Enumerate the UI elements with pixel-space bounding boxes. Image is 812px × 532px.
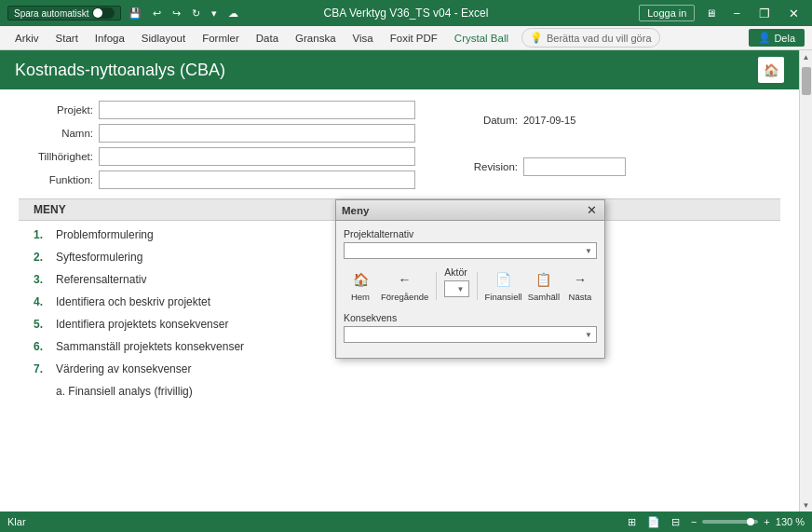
tell-me-input[interactable]: 💡 Berätta vad du vill göra xyxy=(521,28,660,48)
home-button[interactable]: 🏠 xyxy=(758,57,784,83)
namn-input[interactable] xyxy=(99,124,415,143)
content-area: Kostnads-nyttoanalys (CBA) 🏠 Projekt: Na… xyxy=(0,50,812,512)
auto-save-toggle[interactable]: Spara automatiskt xyxy=(7,6,121,20)
scroll-up-button[interactable]: ▲ xyxy=(800,50,813,63)
window-title: CBA Verktyg V36_TS v04 - Excel xyxy=(273,7,538,20)
zoom-level: 130 % xyxy=(776,516,805,527)
item-text: Identifiera och beskriv projektet xyxy=(56,295,210,308)
modal-body: Projektalternativ ▼ 🏠 Hem xyxy=(336,221,604,358)
tillhorighet-input[interactable] xyxy=(99,147,415,166)
menu-bar: Arkiv Start Infoga Sidlayout Formler Dat… xyxy=(0,26,812,50)
status-bar: Klar ⊞ 📄 ⊟ − + 130 % xyxy=(0,512,812,532)
tillhorighet-label: Tillhörighet: xyxy=(19,151,93,162)
menu-sidlayout[interactable]: Sidlayout xyxy=(134,30,193,47)
item-num: 7. xyxy=(34,362,48,375)
form-left: Projekt: Namn: Tillhörighet: Funktion: xyxy=(19,101,415,189)
aktor-section: Aktör ▼ xyxy=(444,266,468,305)
form-section: Projekt: Namn: Tillhörighet: Funktion: D… xyxy=(19,101,780,189)
menu-arkiv[interactable]: Arkiv xyxy=(7,30,47,47)
foregaende-button[interactable]: ← Föregående xyxy=(381,269,428,302)
close-button[interactable]: ✕ xyxy=(783,5,805,22)
projektalternativ-dropdown[interactable]: ▼ xyxy=(344,242,597,259)
dela-button[interactable]: 👤 Dela xyxy=(749,29,805,47)
home-icon: 🏠 xyxy=(758,57,784,83)
redo-button[interactable]: ↪ xyxy=(169,6,184,21)
toggle-pill xyxy=(92,7,115,19)
share-icon: 👤 xyxy=(758,32,771,44)
auto-save-label: Spara automatiskt xyxy=(14,8,89,19)
datum-value: 2017-09-15 xyxy=(523,115,626,126)
aktor-dropdown[interactable]: ▼ xyxy=(444,280,468,297)
modal-dialog: Meny ✕ Projektalternativ ▼ xyxy=(335,199,605,359)
page-break-button[interactable]: ⊟ xyxy=(670,516,682,528)
sub-item[interactable]: a. Finansiell analys (frivillig) xyxy=(56,385,765,398)
status-right: ⊞ 📄 ⊟ − + 130 % xyxy=(626,516,805,528)
scroll-down-button[interactable]: ▼ xyxy=(800,498,813,512)
aktor-label: Aktör xyxy=(444,266,468,278)
spreadsheet: Kostnads-nyttoanalys (CBA) 🏠 Projekt: Na… xyxy=(0,50,799,512)
item-num: 4. xyxy=(34,295,48,308)
page-header: Kostnads-nyttoanalys (CBA) 🏠 xyxy=(0,50,799,89)
list-item[interactable]: 7. Värdering av konsekvenser xyxy=(34,362,765,375)
menu-data[interactable]: Data xyxy=(249,30,286,47)
zoom-control: − + 130 % xyxy=(689,516,805,527)
chevron-down-icon: ▼ xyxy=(585,247,592,255)
menu-crystal-ball[interactable]: Crystal Ball xyxy=(447,30,516,47)
refresh-button[interactable]: ↻ xyxy=(188,6,204,21)
scroll-thumb[interactable] xyxy=(802,67,811,95)
vertical-scrollbar[interactable]: ▲ ▼ xyxy=(799,50,812,512)
lightbulb-icon: 💡 xyxy=(530,32,543,44)
finansiell-button[interactable]: 📄 Finansiell xyxy=(485,269,522,302)
sheet-content: Projekt: Namn: Tillhörighet: Funktion: D… xyxy=(0,89,799,416)
samhall-button[interactable]: 📋 Samhäll xyxy=(528,269,560,302)
meny-label: MENY xyxy=(34,203,66,216)
ribbon-display-button[interactable]: 🖥 xyxy=(702,6,720,20)
hem-button[interactable]: 🏠 Hem xyxy=(345,269,375,302)
scroll-track[interactable] xyxy=(798,63,813,498)
minimize-button[interactable]: − xyxy=(727,5,746,22)
item-text: Sammanställ projektets konsekvenser xyxy=(56,340,244,353)
item-text: Problemformulering xyxy=(56,228,154,241)
konsekvens-section: Konsekvens ▼ xyxy=(344,312,597,343)
item-num: 3. xyxy=(34,273,48,286)
projekt-input[interactable] xyxy=(99,101,415,119)
form-right: Datum: 2017-09-15 Revision: xyxy=(453,101,626,189)
menu-foxit[interactable]: Foxit PDF xyxy=(383,30,445,47)
zoom-thumb xyxy=(747,518,754,525)
item-text: Identifiera projektets konsekvenser xyxy=(56,318,228,331)
modal-title: Meny xyxy=(342,205,369,216)
more-button[interactable]: ☁ xyxy=(224,6,242,21)
menu-start[interactable]: Start xyxy=(48,30,86,47)
menu-infoga[interactable]: Infoga xyxy=(88,30,132,47)
item-num: 2. xyxy=(34,251,48,264)
zoom-in-button[interactable]: + xyxy=(762,516,771,527)
zoom-slider[interactable] xyxy=(702,520,758,524)
save-button[interactable]: 💾 xyxy=(125,6,145,21)
funktion-input[interactable] xyxy=(99,171,415,189)
menu-granska[interactable]: Granska xyxy=(288,30,343,47)
item-num: 1. xyxy=(34,228,48,241)
login-button[interactable]: Logga in xyxy=(639,5,695,21)
undo-button[interactable]: ↩ xyxy=(149,6,165,21)
back-icon: ← xyxy=(395,269,415,290)
zoom-out-button[interactable]: − xyxy=(689,516,698,527)
restore-button[interactable]: ❐ xyxy=(753,5,776,22)
next-icon: → xyxy=(570,269,590,290)
separator xyxy=(436,272,437,300)
customize-qat-button[interactable]: ▾ xyxy=(208,6,221,21)
projektalternativ-label: Projektalternativ xyxy=(344,228,597,239)
title-bar-right: Logga in 🖥 − ❐ ✕ xyxy=(539,5,805,22)
page-layout-button[interactable]: 📄 xyxy=(645,516,662,528)
modal-close-button[interactable]: ✕ xyxy=(585,203,599,217)
menu-visa[interactable]: Visa xyxy=(345,30,381,47)
konsekvens-dropdown[interactable]: ▼ xyxy=(344,326,597,343)
normal-view-button[interactable]: ⊞ xyxy=(626,516,638,528)
chevron-down-icon: ▼ xyxy=(457,285,465,293)
funktion-label: Funktion: xyxy=(19,174,93,185)
menu-formler[interactable]: Formler xyxy=(195,30,247,47)
nasta-button[interactable]: → Nästa xyxy=(565,269,595,302)
namn-label: Namn: xyxy=(19,128,93,139)
revision-input[interactable] xyxy=(523,157,626,176)
page-title: Kostnads-nyttoanalys (CBA) xyxy=(15,61,225,80)
revision-label: Revision: xyxy=(453,161,518,172)
